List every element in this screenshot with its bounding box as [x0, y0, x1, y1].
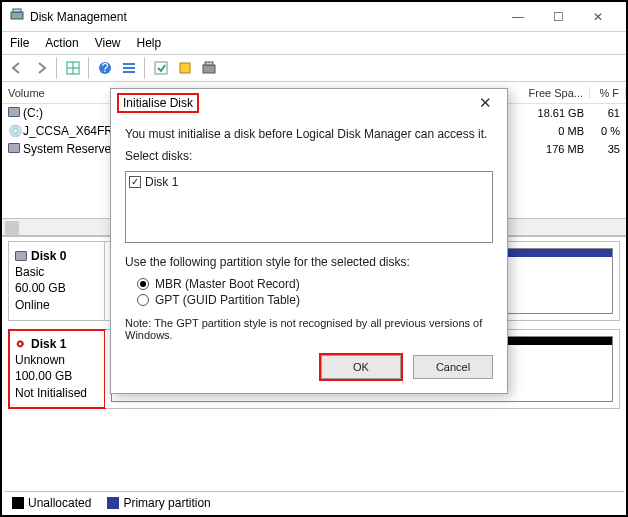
- volume-name: (C:): [23, 106, 43, 120]
- dialog-intro: You must initialise a disk before Logica…: [125, 127, 493, 141]
- window-titlebar: Disk Management — ☐ ✕: [2, 2, 626, 32]
- list-icon[interactable]: [118, 57, 140, 79]
- legend: Unallocated Primary partition: [4, 491, 624, 513]
- dialog-titlebar: Initialise Disk ✕: [111, 89, 507, 117]
- initialise-disk-dialog: Initialise Disk ✕ You must initialise a …: [110, 88, 508, 394]
- volume-free: 18.61 GB: [520, 107, 590, 119]
- toolbar-separator: [88, 57, 90, 79]
- disc-icon: 💿: [8, 124, 23, 138]
- menu-view[interactable]: View: [95, 36, 121, 50]
- radio-gpt-label: GPT (GUID Partition Table): [155, 293, 300, 307]
- legend-primary: Primary partition: [107, 496, 210, 510]
- toolbar-separator: [144, 57, 146, 79]
- disk-status: Online: [15, 297, 98, 313]
- menu-bar: File Action View Help: [2, 32, 626, 54]
- radio-mbr[interactable]: MBR (Master Boot Record): [137, 277, 493, 291]
- maximize-button[interactable]: ☐: [538, 3, 578, 31]
- svg-text:?: ?: [102, 61, 109, 75]
- svg-rect-7: [123, 63, 135, 65]
- window-title: Disk Management: [30, 10, 498, 24]
- svg-rect-1: [13, 9, 21, 12]
- menu-help[interactable]: Help: [137, 36, 162, 50]
- disk-type: Unknown: [15, 352, 98, 368]
- volume-pct: 61: [590, 107, 626, 119]
- select-disks-listbox[interactable]: ✓ Disk 1: [125, 171, 493, 243]
- menu-file[interactable]: File: [10, 36, 29, 50]
- radio-mbr-label: MBR (Master Boot Record): [155, 277, 300, 291]
- radio-gpt[interactable]: GPT (GUID Partition Table): [137, 293, 493, 307]
- svg-rect-12: [203, 65, 215, 73]
- cancel-button[interactable]: Cancel: [413, 355, 493, 379]
- volume-free: 0 MB: [520, 125, 590, 137]
- disk-status: Not Initialised: [15, 385, 98, 401]
- disk-info-0: Disk 0 Basic 60.00 GB Online: [9, 242, 105, 320]
- toolbar-separator: [56, 57, 58, 79]
- svg-rect-11: [180, 63, 190, 73]
- radio-icon[interactable]: [137, 278, 149, 290]
- svg-rect-13: [205, 62, 213, 65]
- tool-icon-2[interactable]: [174, 57, 196, 79]
- col-volume[interactable]: Volume: [2, 87, 112, 99]
- partition-style-label: Use the following partition style for th…: [125, 255, 493, 269]
- help-icon[interactable]: ?: [94, 57, 116, 79]
- toolbar: ?: [2, 54, 626, 82]
- disk-size: 100.00 GB: [15, 368, 98, 384]
- drive-icon: [8, 107, 20, 117]
- disk-name: Disk 1: [31, 336, 66, 352]
- tool-icon-3[interactable]: [198, 57, 220, 79]
- radio-icon[interactable]: [137, 294, 149, 306]
- disk-icon: [15, 251, 27, 261]
- disk-info-1: ⭘Disk 1 Unknown 100.00 GB Not Initialise…: [9, 330, 105, 408]
- disk-name: Disk 0: [31, 248, 66, 264]
- ok-button[interactable]: OK: [321, 355, 401, 379]
- col-pct[interactable]: % F: [590, 87, 626, 99]
- dialog-close-icon[interactable]: ✕: [471, 94, 499, 112]
- svg-rect-9: [123, 71, 135, 73]
- dialog-note: Note: The GPT partition style is not rec…: [125, 317, 493, 341]
- minimize-button[interactable]: —: [498, 3, 538, 31]
- svg-rect-0: [11, 12, 23, 19]
- volume-pct: 35: [590, 143, 626, 155]
- app-icon: [10, 8, 24, 25]
- drive-icon: [8, 143, 20, 153]
- legend-unallocated: Unallocated: [12, 496, 91, 510]
- select-disks-label: Select disks:: [125, 149, 493, 163]
- disk-item-label: Disk 1: [145, 175, 178, 189]
- volume-pct: 0 %: [590, 125, 626, 137]
- disk-type: Basic: [15, 264, 98, 280]
- grid-icon[interactable]: [62, 57, 84, 79]
- close-button[interactable]: ✕: [578, 3, 618, 31]
- disk-size: 60.00 GB: [15, 280, 98, 296]
- volume-free: 176 MB: [520, 143, 590, 155]
- dialog-title: Initialise Disk: [119, 95, 197, 111]
- disk-checkbox-item[interactable]: ✓ Disk 1: [128, 174, 490, 190]
- warning-icon: ⭘: [15, 336, 27, 352]
- volume-name: System Reserved: [23, 142, 112, 156]
- volume-name: J_CCSA_X64FRE_: [23, 124, 112, 138]
- col-free[interactable]: Free Spa...: [520, 87, 590, 99]
- checkbox-icon[interactable]: ✓: [129, 176, 141, 188]
- forward-icon[interactable]: [30, 57, 52, 79]
- svg-rect-8: [123, 67, 135, 69]
- tool-icon-1[interactable]: [150, 57, 172, 79]
- menu-action[interactable]: Action: [45, 36, 78, 50]
- back-icon[interactable]: [6, 57, 28, 79]
